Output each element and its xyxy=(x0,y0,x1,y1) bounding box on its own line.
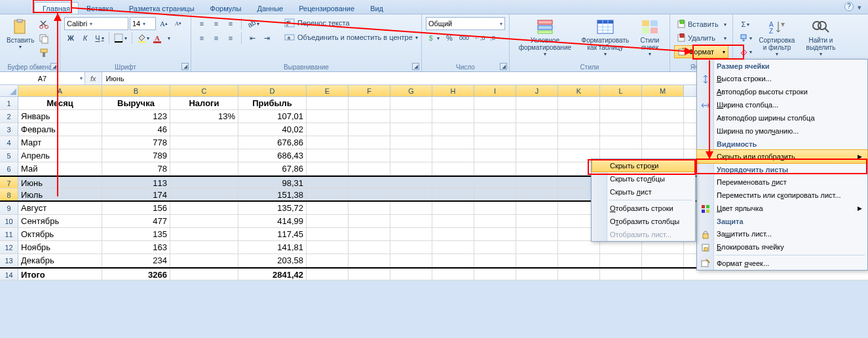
align-right-button[interactable]: ≡ xyxy=(224,31,237,45)
cell[interactable]: 203,58 xyxy=(238,254,307,267)
col-header-G[interactable]: G xyxy=(390,85,432,96)
cell[interactable] xyxy=(349,136,390,149)
cell[interactable]: 151,38 xyxy=(238,189,307,200)
cell[interactable] xyxy=(432,177,474,188)
row-header[interactable]: 5 xyxy=(0,149,18,162)
cell[interactable] xyxy=(474,97,516,109)
orientation-button[interactable]: ab▾ xyxy=(246,17,261,30)
cell[interactable] xyxy=(516,123,558,136)
cell[interactable] xyxy=(474,149,516,162)
row-header[interactable]: 12 xyxy=(0,241,18,254)
col-header-L[interactable]: L xyxy=(600,85,642,96)
cell[interactable] xyxy=(390,241,432,254)
cell[interactable] xyxy=(516,149,558,162)
row-header[interactable]: 2 xyxy=(0,110,18,122)
align-bottom-button[interactable]: ≡ xyxy=(224,17,237,30)
submenu-hide-cols[interactable]: Скрыть столбцы xyxy=(592,172,695,185)
fx-icon[interactable]: fx xyxy=(90,75,96,83)
cell[interactable] xyxy=(516,215,558,227)
fill-button[interactable]: ▾ xyxy=(737,31,754,45)
cell[interactable]: 174 xyxy=(102,189,170,200)
cell[interactable] xyxy=(516,97,558,109)
cell[interactable]: 676,86 xyxy=(238,136,307,149)
format-cells-button[interactable]: Формат▾ xyxy=(674,45,728,58)
cell[interactable] xyxy=(307,97,349,109)
tab-page-layout[interactable]: Разметка страницы xyxy=(121,3,202,14)
cell[interactable] xyxy=(474,254,516,267)
cell[interactable] xyxy=(600,123,642,136)
select-all-button[interactable] xyxy=(0,85,18,96)
cell[interactable] xyxy=(349,177,390,188)
increase-indent-button[interactable]: ⇥ xyxy=(260,31,273,45)
row-header[interactable]: 8 xyxy=(0,189,18,200)
col-header-A[interactable]: A xyxy=(18,85,102,96)
cell[interactable] xyxy=(516,228,558,240)
menu-format-cells[interactable]: Формат ячеек... xyxy=(697,257,867,270)
cell[interactable] xyxy=(307,110,349,122)
cell[interactable] xyxy=(170,177,238,188)
clipboard-dialog-launcher[interactable]: ◢ xyxy=(50,63,58,70)
cell[interactable] xyxy=(516,241,558,254)
cell[interactable] xyxy=(170,254,238,267)
tab-home[interactable]: Главная xyxy=(34,2,79,14)
cell[interactable]: 789 xyxy=(102,149,170,162)
cell[interactable]: 123 xyxy=(102,110,170,122)
cell[interactable] xyxy=(432,254,474,267)
cell[interactable] xyxy=(558,241,600,254)
insert-cells-button[interactable]: Вставить▾ xyxy=(674,18,729,31)
cell[interactable] xyxy=(642,241,684,254)
cell[interactable]: Месяц xyxy=(18,97,102,109)
cell[interactable]: Август xyxy=(18,202,102,214)
cell[interactable]: Налоги xyxy=(170,97,238,109)
accounting-format-button[interactable]: $▾ xyxy=(426,31,442,45)
cell[interactable]: Январь xyxy=(18,110,102,122)
menu-hide-show[interactable]: Скрыть или отобразить▶ xyxy=(696,149,868,164)
cell[interactable]: Прибыль xyxy=(238,97,307,109)
cell[interactable] xyxy=(516,162,558,175)
cell[interactable] xyxy=(642,97,684,109)
col-header-B[interactable]: B xyxy=(102,85,170,96)
cell[interactable]: Июнь xyxy=(18,177,102,188)
comma-button[interactable]: 000 xyxy=(457,31,471,45)
tab-data[interactable]: Данные xyxy=(249,3,291,14)
cell[interactable] xyxy=(390,149,432,162)
cell[interactable]: 234 xyxy=(102,254,170,267)
submenu-hide-rows[interactable]: Скрыть строки xyxy=(592,159,695,172)
cell[interactable] xyxy=(307,202,349,214)
cell[interactable] xyxy=(600,254,642,267)
cell[interactable] xyxy=(170,241,238,254)
menu-default-width[interactable]: Ширина по умолчанию... xyxy=(697,124,867,138)
conditional-formatting-button[interactable]: Условное форматирование▾ xyxy=(514,16,576,61)
cell[interactable] xyxy=(349,162,390,175)
clear-button[interactable]: ▾ xyxy=(737,45,754,58)
cell[interactable] xyxy=(558,97,600,109)
name-box[interactable]: A7▾ xyxy=(0,72,85,84)
help-icon[interactable]: ? xyxy=(844,2,854,11)
cell[interactable] xyxy=(170,162,238,175)
cell[interactable] xyxy=(170,228,238,240)
cell[interactable] xyxy=(390,215,432,227)
cell[interactable] xyxy=(516,254,558,267)
cell[interactable] xyxy=(390,177,432,188)
cell[interactable] xyxy=(432,123,474,136)
cell[interactable] xyxy=(390,228,432,240)
cell[interactable] xyxy=(558,254,600,267)
find-select-button[interactable]: Найти и выделить▾ xyxy=(800,16,842,61)
cell[interactable] xyxy=(349,97,390,109)
cell[interactable] xyxy=(432,215,474,227)
cell[interactable]: 78 xyxy=(102,162,170,175)
menu-protect-sheet[interactable]: Защитить лист... xyxy=(697,227,867,240)
cell[interactable]: 135 xyxy=(102,228,170,240)
cell[interactable] xyxy=(558,136,600,149)
cell[interactable] xyxy=(307,269,349,280)
cell[interactable] xyxy=(390,110,432,122)
cell[interactable] xyxy=(432,162,474,175)
merge-center-button[interactable]: a Объединить и поместить в центре▾ xyxy=(281,31,425,44)
decrease-font-button[interactable]: A▾ xyxy=(172,17,185,30)
cell[interactable] xyxy=(432,202,474,214)
menu-col-width[interactable]: Ширина столбца... xyxy=(697,98,867,111)
cell[interactable] xyxy=(642,123,684,136)
row-header[interactable]: 14 xyxy=(0,269,18,280)
font-size-combo[interactable]: 14▾ xyxy=(130,17,156,30)
row-header[interactable]: 1 xyxy=(0,97,18,109)
